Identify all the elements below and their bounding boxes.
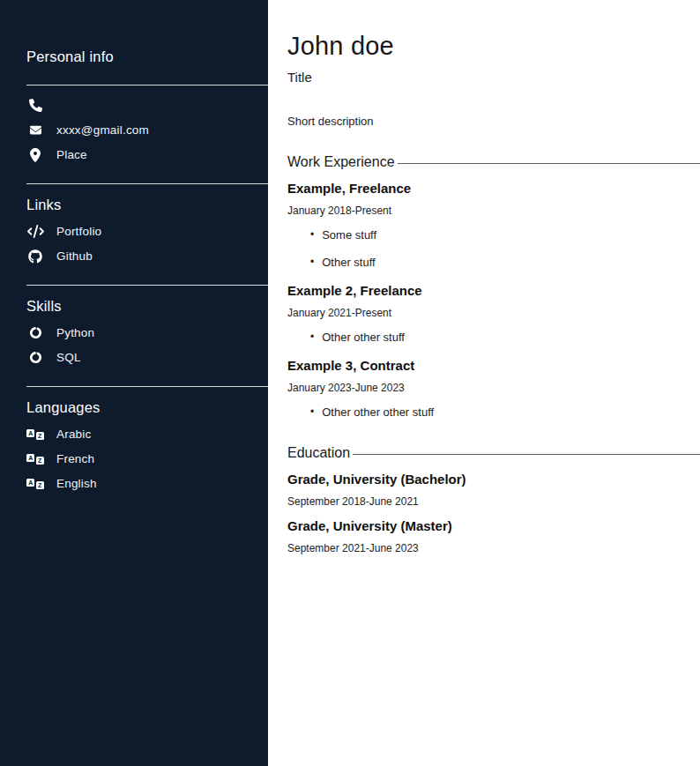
education-entry-dates: September 2018-June 2021 xyxy=(287,495,700,508)
section-heading-label: Education xyxy=(287,445,350,461)
education-entry-title: Grade, University (Bachelor) xyxy=(287,472,700,487)
sidebar-divider xyxy=(26,85,268,86)
bullet-item: Other stuff xyxy=(310,256,700,269)
work-entry-bullets: Some stuff Other stuff xyxy=(287,228,700,269)
main-content: John doe Title Short description Work Ex… xyxy=(268,0,700,766)
section-heading-label: Work Experience xyxy=(287,154,395,170)
sidebar-item-skill-sql: SQL xyxy=(26,350,268,365)
bullet-item: Some stuff xyxy=(310,228,700,242)
candidate-title: Title xyxy=(287,70,700,85)
sidebar-item-github[interactable]: Github xyxy=(26,249,268,264)
work-entry-dates: January 2023-June 2023 xyxy=(287,382,700,394)
resume-page: Personal info xxxx@gmail.com Place Links xyxy=(0,0,700,766)
candidate-name: John doe xyxy=(287,32,700,61)
email-label: xxxx@gmail.com xyxy=(56,123,149,137)
work-entry-dates: January 2021-Present xyxy=(287,307,700,319)
education-entry-dates: September 2021-June 2023 xyxy=(287,542,700,554)
language-az-icon: AZ xyxy=(26,479,44,489)
place-label: Place xyxy=(56,148,87,161)
github-link-label: Github xyxy=(56,249,93,263)
github-icon xyxy=(26,249,44,264)
circle-notch-icon xyxy=(26,351,44,364)
circle-notch-icon xyxy=(26,326,44,339)
sidebar-item-language-arabic: AZ Arabic xyxy=(26,427,268,442)
portfolio-link-label: Portfolio xyxy=(56,225,101,238)
sidebar-item-skill-python: Python xyxy=(26,325,268,340)
bullet-item: Other other other stuff xyxy=(310,405,700,419)
sidebar-divider xyxy=(26,285,268,286)
work-entry-dates: January 2018-Present xyxy=(287,205,700,217)
language-az-icon: AZ xyxy=(26,454,44,465)
work-entry-title: Example 2, Freelance xyxy=(287,283,700,298)
languages-heading: Languages xyxy=(26,399,268,416)
work-entry-title: Example 3, Contract xyxy=(287,358,700,373)
work-experience-section-heading: Work Experience xyxy=(287,154,700,170)
sidebar-item-email: xxxx@gmail.com xyxy=(26,123,268,138)
language-label: French xyxy=(56,452,94,465)
education-section-heading: Education xyxy=(287,445,700,461)
sidebar-item-place: Place xyxy=(26,147,268,162)
work-entry-bullets: Other other stuff xyxy=(287,331,700,344)
envelope-icon xyxy=(26,124,44,136)
sidebar-item-portfolio[interactable]: Portfolio xyxy=(26,224,268,239)
language-label: Arabic xyxy=(56,428,91,441)
work-entry-title: Example, Freelance xyxy=(287,181,700,196)
sidebar-item-language-french: AZ French xyxy=(26,451,268,466)
sidebar-divider xyxy=(26,386,268,387)
sidebar-item-phone xyxy=(26,98,268,113)
skill-label: SQL xyxy=(56,351,81,364)
sidebar-item-language-english: AZ English xyxy=(26,476,268,491)
skill-label: Python xyxy=(56,326,94,339)
sidebar-divider xyxy=(26,183,268,184)
phone-icon xyxy=(26,99,44,112)
work-entry-bullets: Other other other stuff xyxy=(287,405,700,419)
code-icon xyxy=(26,225,44,238)
skills-heading: Skills xyxy=(26,298,268,315)
education-entry-title: Grade, University (Master) xyxy=(287,518,700,533)
location-pin-icon xyxy=(26,148,44,162)
language-az-icon: AZ xyxy=(26,429,44,440)
section-divider-line xyxy=(353,454,700,455)
bullet-item: Other other stuff xyxy=(310,331,700,344)
section-divider-line xyxy=(398,163,700,164)
personal-info-heading: Personal info xyxy=(26,48,268,65)
short-description: Short description xyxy=(287,115,700,128)
sidebar: Personal info xxxx@gmail.com Place Links xyxy=(0,0,268,766)
links-heading: Links xyxy=(26,197,268,213)
language-label: English xyxy=(56,477,97,490)
